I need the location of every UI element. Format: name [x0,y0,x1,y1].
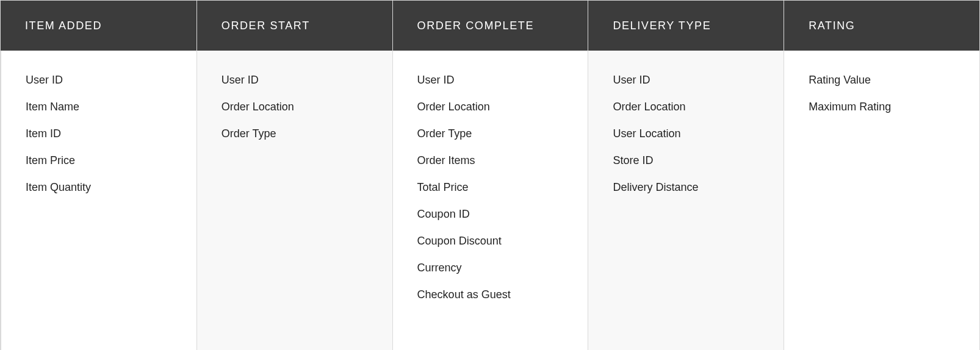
list-item: Item Price [26,147,172,174]
col-body-delivery-type: User ID Order Location User Location Sto… [588,51,784,350]
list-item: User ID [222,66,368,93]
list-item: Order Type [222,120,368,147]
list-item: Maximum Rating [809,93,955,120]
list-item: User ID [26,66,172,93]
list-item: Delivery Distance [613,174,759,201]
list-item: Coupon Discount [417,227,564,254]
list-item: Rating Value [809,66,955,93]
col-body-order-complete: User ID Order Location Order Type Order … [392,51,588,350]
list-item: Order Items [417,147,564,174]
list-item: Checkout as Guest [417,281,564,308]
col-body-order-start: User ID Order Location Order Type [196,51,392,350]
list-item: Coupon ID [417,201,564,227]
col-header: ORDER COMPLETE [392,1,588,51]
list-item: Currency [417,254,564,281]
list-item: Item Name [26,93,172,120]
list-item: Item Quantity [26,174,172,201]
list-item: Order Location [613,93,759,120]
list-item: User ID [613,66,759,93]
list-item: Order Location [222,93,368,120]
col-body-item-added: User ID Item Name Item ID Item Price Ite… [1,51,196,350]
col-header-label: DELIVERY TYPE [613,20,711,32]
list-item: Store ID [613,147,759,174]
list-item: Order Type [417,120,564,147]
col-header: ORDER START [196,1,392,51]
list-item: Total Price [417,174,564,201]
col-header: DELIVERY TYPE [588,1,784,51]
col-header: ITEM ADDED [1,1,196,51]
col-body-rating: Rating Value Maximum Rating [784,51,979,350]
col-header-label: ORDER COMPLETE [417,20,534,32]
grid: ITEM ADDED ORDER START ORDER COMPLETE DE… [1,1,979,350]
col-header-label: RATING [809,20,855,32]
col-header-label: ORDER START [222,20,310,32]
col-header: RATING [784,1,979,51]
list-item: User ID [417,66,564,93]
list-item: Order Location [417,93,564,120]
list-item: User Location [613,120,759,147]
event-schema-table: ITEM ADDED ORDER START ORDER COMPLETE DE… [0,0,980,350]
list-item: Item ID [26,120,172,147]
col-header-label: ITEM ADDED [25,20,102,32]
